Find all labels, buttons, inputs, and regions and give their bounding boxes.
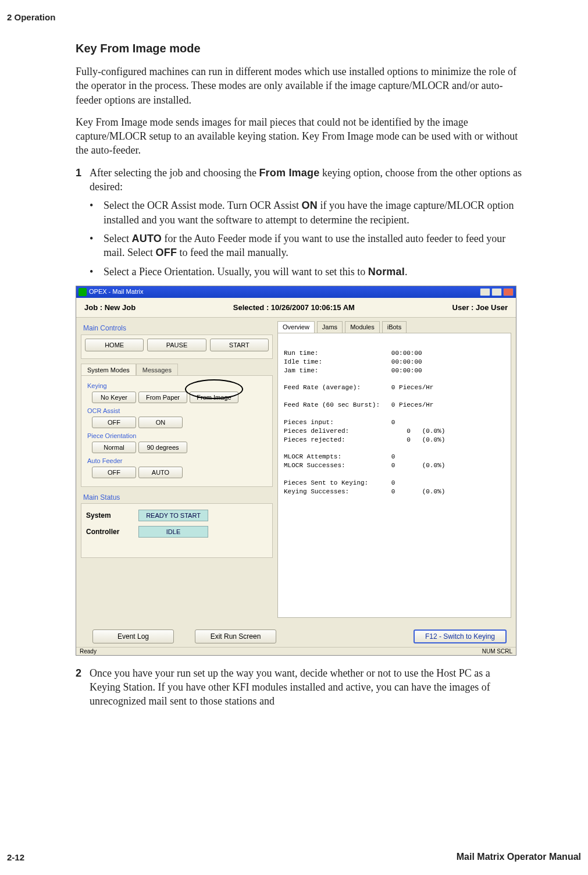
exit-run-screen-button[interactable]: Exit Run Screen bbox=[195, 629, 276, 643]
ui-term-from-image: From Image bbox=[259, 167, 319, 179]
step-1: 1 After selecting the job and choosing t… bbox=[76, 166, 523, 194]
tab-ibots[interactable]: iBots bbox=[382, 321, 407, 333]
main-controls-label: Main Controls bbox=[83, 323, 273, 333]
bottom-buttons: Event Log Exit Run Screen bbox=[92, 629, 276, 643]
bullet-list: • Select the OCR Assist mode. Turn OCR A… bbox=[90, 198, 523, 278]
window-titlebar[interactable]: OPEX - Mail Matrix bbox=[76, 286, 516, 298]
bullet-body: Select the OCR Assist mode. Turn OCR Ass… bbox=[104, 198, 523, 227]
paragraph: Fully-configured machines can run in dif… bbox=[76, 65, 523, 107]
piece-orientation-label: Piece Orientation bbox=[87, 432, 268, 440]
auto-feeder-label: Auto Feeder bbox=[87, 457, 268, 465]
bullet-mark: • bbox=[90, 232, 104, 260]
ui-term-auto: AUTO bbox=[131, 233, 161, 244]
main-area: Main Controls HOME PAUSE START System Mo… bbox=[76, 318, 516, 632]
maximize-button[interactable] bbox=[491, 288, 502, 296]
opt-from-image[interactable]: From Image bbox=[190, 392, 238, 403]
selected-label: Selected : 10/26/2007 10:06:15 AM bbox=[233, 303, 355, 313]
tab-jams[interactable]: Jams bbox=[317, 321, 343, 333]
ocr-assist-label: OCR Assist bbox=[87, 407, 268, 415]
tab-modules[interactable]: Modules bbox=[345, 321, 380, 333]
running-head-chapter: 2 Operation bbox=[7, 12, 55, 23]
app-screenshot: OPEX - Mail Matrix Job : New Job Selecte… bbox=[76, 286, 516, 656]
bullet-mark: • bbox=[90, 198, 104, 227]
step-2: 2 Once you have your run set up the way … bbox=[76, 666, 523, 709]
start-button[interactable]: START bbox=[210, 339, 269, 351]
event-log-button[interactable]: Event Log bbox=[92, 629, 174, 643]
app-icon bbox=[79, 288, 87, 296]
list-item: • Select a Piece Orientation. Usually, y… bbox=[90, 265, 523, 279]
minimize-button[interactable] bbox=[480, 288, 490, 296]
ui-term-normal: Normal bbox=[368, 266, 405, 278]
statusbar-right: NUM SCRL bbox=[482, 648, 512, 656]
step-body: After selecting the job and choosing the… bbox=[90, 166, 523, 194]
tab-overview[interactable]: Overview bbox=[277, 321, 315, 333]
system-modes-panel: Keying No Keyer From Paper From Image OC… bbox=[81, 375, 273, 486]
bullet-body: Select a Piece Orientation. Usually, you… bbox=[104, 265, 523, 279]
opt-ocr-on[interactable]: ON bbox=[138, 417, 183, 428]
page-content: Key From Image mode Fully-configured mac… bbox=[76, 41, 523, 713]
text: . bbox=[405, 266, 408, 278]
section-title: Key From Image mode bbox=[76, 41, 523, 56]
step-number: 2 bbox=[76, 666, 90, 709]
text: Select bbox=[104, 233, 131, 244]
switch-to-keying-button[interactable]: F12 - Switch to Keying bbox=[414, 629, 507, 643]
opt-no-keyer[interactable]: No Keyer bbox=[92, 392, 136, 403]
ui-term-on: ON bbox=[302, 200, 318, 211]
bullet-mark: • bbox=[90, 265, 104, 279]
status-system-value: READY TO START bbox=[138, 510, 208, 521]
statusbar-left: Ready bbox=[80, 648, 97, 656]
page-number: 2-12 bbox=[7, 852, 24, 863]
text: Select a Piece Orientation. Usually, you… bbox=[104, 266, 368, 278]
right-tabstrip: Overview Jams Modules iBots bbox=[277, 321, 511, 333]
status-system-label: System bbox=[86, 511, 138, 520]
opt-from-paper[interactable]: From Paper bbox=[138, 392, 187, 403]
left-tabstrip: System Modes Messages bbox=[81, 364, 273, 376]
manual-title-footer: Mail Matrix Operator Manual bbox=[457, 851, 581, 863]
tab-system-modes[interactable]: System Modes bbox=[81, 364, 136, 376]
left-column: Main Controls HOME PAUSE START System Mo… bbox=[81, 321, 273, 632]
window-title: OPEX - Mail Matrix bbox=[89, 287, 144, 296]
opt-orientation-normal[interactable]: Normal bbox=[92, 442, 136, 453]
tab-messages[interactable]: Messages bbox=[136, 364, 178, 376]
job-header-bar: Job : New Job Selected : 10/26/2007 10:0… bbox=[76, 298, 516, 318]
text: Select the OCR Assist mode. Turn OCR Ass… bbox=[104, 200, 302, 211]
overview-text-pane: Run time: 00:00:00 Idle time: 00:00:00 J… bbox=[277, 333, 511, 618]
close-button[interactable] bbox=[503, 288, 514, 296]
job-label: Job : New Job bbox=[84, 303, 136, 313]
main-status-label: Main Status bbox=[83, 493, 273, 502]
list-item: • Select the OCR Assist mode. Turn OCR A… bbox=[90, 198, 523, 227]
ui-term-off: OFF bbox=[155, 247, 177, 258]
step-body: Once you have your run set up the way yo… bbox=[90, 666, 523, 709]
main-status-panel: System READY TO START Controller IDLE bbox=[81, 503, 273, 558]
text: After selecting the job and choosing the bbox=[90, 167, 259, 179]
opt-orientation-90deg[interactable]: 90 degrees bbox=[138, 442, 187, 453]
user-label: User : Joe User bbox=[452, 303, 508, 313]
status-controller-label: Controller bbox=[86, 527, 138, 536]
home-button[interactable]: HOME bbox=[85, 339, 144, 351]
opt-feeder-off[interactable]: OFF bbox=[92, 467, 136, 478]
opt-ocr-off[interactable]: OFF bbox=[92, 417, 136, 428]
keying-label: Keying bbox=[87, 382, 268, 390]
step-number: 1 bbox=[76, 166, 90, 194]
list-item: • Select AUTO for the Auto Feeder mode i… bbox=[90, 232, 523, 260]
main-controls-panel: HOME PAUSE START bbox=[81, 335, 273, 359]
bullet-body: Select AUTO for the Auto Feeder mode if … bbox=[104, 232, 523, 260]
right-column: Overview Jams Modules iBots Run time: 00… bbox=[277, 321, 511, 632]
statusbar: Ready NUM SCRL bbox=[76, 647, 516, 655]
status-controller-value: IDLE bbox=[138, 526, 208, 538]
paragraph: Key From Image mode sends images for mai… bbox=[76, 115, 523, 158]
text: to feed the mail manually. bbox=[177, 247, 288, 258]
opt-feeder-auto[interactable]: AUTO bbox=[138, 467, 183, 478]
pause-button[interactable]: PAUSE bbox=[147, 339, 206, 351]
